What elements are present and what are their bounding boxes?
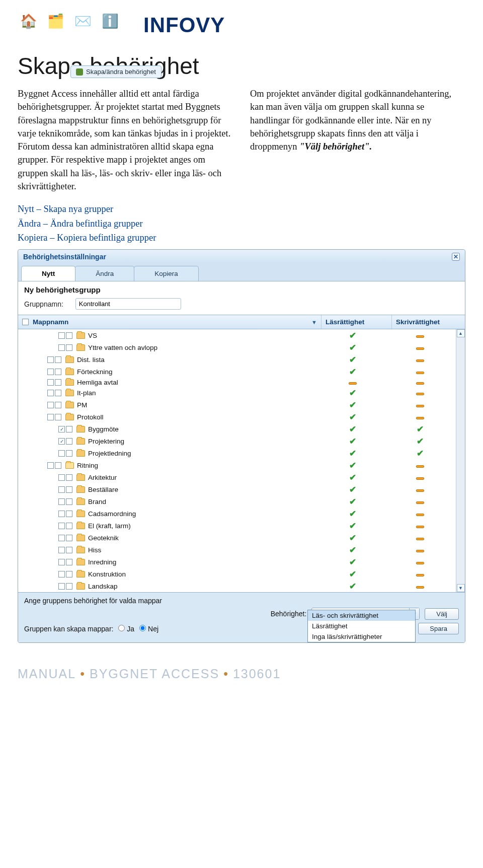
row-checkbox[interactable] [47,414,54,420]
row-checkbox-2[interactable] [66,583,72,590]
row-checkbox-2[interactable] [55,414,61,420]
row-label[interactable]: Byggmöte [88,425,119,433]
scrollbar[interactable]: ▲ ▼ [456,329,465,592]
row-checkbox-2[interactable] [66,438,72,445]
chevron-down-icon[interactable]: ▼ [311,319,317,325]
row-checkbox-2[interactable] [66,450,72,457]
row-checkbox[interactable] [58,571,65,577]
option-read-write[interactable]: Läs- och skrivrättighet [308,610,415,621]
row-checkbox[interactable] [58,438,65,445]
spara-button[interactable]: Spara [418,623,459,634]
table-row: Hiss✔ [18,544,465,556]
row-checkbox[interactable] [47,462,54,469]
radio-no[interactable]: Nej [139,625,158,633]
valj-button[interactable]: Välj [425,608,459,620]
row-checkbox-2[interactable] [66,547,72,553]
row-checkbox-2[interactable] [55,390,61,396]
option-none[interactable]: Inga läs/skrivrättigheter [308,631,415,642]
scroll-up-icon[interactable]: ▲ [457,329,465,337]
row-checkbox-2[interactable] [66,535,72,541]
row-checkbox[interactable] [47,390,54,396]
row-checkbox[interactable] [47,356,54,363]
dash-icon [416,489,424,492]
check-icon: ✔ [349,569,356,579]
row-label[interactable]: Hiss [88,546,101,554]
table-row: Brand✔ [18,495,465,508]
row-checkbox-2[interactable] [66,332,72,339]
row-checkbox-2[interactable] [66,344,72,351]
row-checkbox-2[interactable] [55,379,61,386]
row-checkbox[interactable] [58,511,65,517]
tab-nytt[interactable]: Nytt [21,266,75,281]
row-checkbox[interactable] [58,523,65,529]
row-label[interactable]: Projektledning [88,450,131,457]
row-checkbox-2[interactable] [66,511,72,517]
row-checkbox[interactable] [58,344,65,351]
groupname-input[interactable] [75,298,181,310]
row-checkbox-2[interactable] [66,486,72,493]
check-icon: ✔ [349,485,356,494]
close-icon[interactable]: ✕ [452,253,460,261]
folder-icon [76,571,85,577]
row-label[interactable]: Yttre vatten och avlopp [88,344,157,351]
row-label[interactable]: Dist. lista [77,356,105,364]
folder-icon [65,414,74,420]
select-all-checkbox[interactable] [22,319,29,325]
row-label[interactable]: Protokoll [77,413,104,421]
col-write[interactable]: Skrivrättighet [392,315,465,329]
row-label[interactable]: El (kraft, larm) [88,522,131,530]
row-label[interactable]: Projektering [88,438,124,445]
row-checkbox-2[interactable] [55,402,61,408]
row-checkbox[interactable] [58,498,65,505]
row-label[interactable]: Brand [88,498,106,505]
row-label[interactable]: Förteckning [77,368,113,376]
row-checkbox-2[interactable] [66,426,72,432]
row-label[interactable]: Hemliga avtal [77,379,118,386]
row-checkbox[interactable] [58,474,65,481]
col-mappnamn[interactable]: Mappnamn [33,318,68,326]
row-checkbox[interactable] [47,402,54,408]
row-checkbox[interactable] [58,559,65,565]
row-checkbox-2[interactable] [66,474,72,481]
row-label[interactable]: Arkitektur [88,474,117,481]
row-checkbox[interactable] [58,426,65,432]
row-label[interactable]: PM [77,401,87,409]
row-checkbox-2[interactable] [66,498,72,505]
row-checkbox[interactable] [58,450,65,457]
row-label[interactable]: Ritning [77,462,98,469]
permission-icon [76,68,83,76]
table-row: Cadsamordning✔ [18,508,465,520]
row-label[interactable]: Konstruktion [88,570,126,578]
row-checkbox-2[interactable] [66,523,72,529]
row-checkbox-2[interactable] [66,571,72,577]
row-checkbox-2[interactable] [66,559,72,565]
row-label[interactable]: Geoteknik [88,534,119,542]
behorighet-dropdown[interactable]: Läs- och skrivrättighet Läsrättighet Ing… [307,610,416,642]
tab-kopiera[interactable]: Kopiera [134,266,199,281]
row-label[interactable]: VS [88,332,97,339]
row-label[interactable]: Beställare [88,486,118,493]
row-checkbox-2[interactable] [55,462,61,469]
tree-icon[interactable]: 🗂️ [45,10,67,32]
info-icon[interactable]: ℹ️ [99,10,121,32]
home-icon[interactable]: 🏠 [18,10,40,32]
radio-yes[interactable]: Ja [118,625,134,633]
row-checkbox[interactable] [58,583,65,590]
col-read[interactable]: Läsrättighet [321,315,392,329]
row-checkbox[interactable] [58,535,65,541]
row-label[interactable]: Cadsamordning [88,510,136,518]
tab-andra[interactable]: Ändra [75,266,134,281]
option-read[interactable]: Läsrättighet [308,621,415,631]
row-label[interactable]: Landskap [88,583,118,590]
row-checkbox[interactable] [47,379,54,386]
row-checkbox-2[interactable] [55,356,61,363]
row-checkbox[interactable] [58,486,65,493]
scroll-down-icon[interactable]: ▼ [457,584,465,592]
row-checkbox[interactable] [58,547,65,553]
row-checkbox-2[interactable] [55,369,61,375]
row-label[interactable]: Inredning [88,558,116,566]
row-checkbox[interactable] [47,369,54,375]
row-label[interactable]: It-plan [77,389,96,397]
mail-icon[interactable]: ✉️ [72,10,94,32]
row-checkbox[interactable] [58,332,65,339]
